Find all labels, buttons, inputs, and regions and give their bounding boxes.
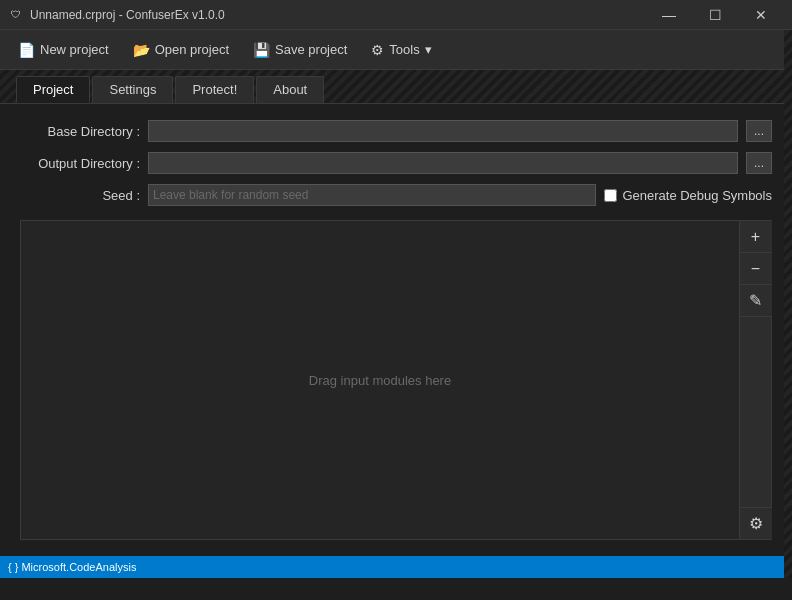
module-settings-button[interactable]: ⚙ (740, 507, 772, 539)
remove-module-button[interactable]: − (740, 253, 772, 285)
modules-sidebar: + − ✎ ⚙ (740, 220, 772, 540)
modules-panel[interactable]: Drag input modules here (20, 220, 740, 540)
tools-label: Tools (389, 42, 419, 57)
toolbar: 📄 New project 📂 Open project 💾 Save proj… (0, 30, 792, 70)
tabs-bar: Project Settings Protect! About (0, 70, 792, 104)
tab-settings[interactable]: Settings (92, 76, 173, 103)
base-directory-browse-button[interactable]: ... (746, 120, 772, 142)
save-project-button[interactable]: 💾 Save project (243, 38, 357, 62)
tools-arrow-icon: ▾ (425, 42, 432, 57)
maximize-button[interactable]: ☐ (692, 0, 738, 30)
edit-module-button[interactable]: ✎ (740, 285, 772, 317)
open-project-button[interactable]: 📂 Open project (123, 38, 239, 62)
new-project-label: New project (40, 42, 109, 57)
tools-menu-button[interactable]: ⚙ Tools ▾ (361, 38, 441, 62)
title-bar-left: 🛡 Unnamed.crproj - ConfuserEx v1.0.0 (8, 7, 225, 23)
tab-protect[interactable]: Protect! (175, 76, 254, 103)
output-directory-browse-button[interactable]: ... (746, 152, 772, 174)
hatch-decoration (784, 30, 792, 578)
base-directory-label: Base Directory : (20, 124, 140, 139)
close-button[interactable]: ✕ (738, 0, 784, 30)
minimize-button[interactable]: — (646, 0, 692, 30)
new-project-icon: 📄 (18, 42, 35, 58)
save-project-label: Save project (275, 42, 347, 57)
new-project-button[interactable]: 📄 New project (8, 38, 119, 62)
status-text: { } Microsoft.CodeAnalysis (8, 561, 136, 573)
output-directory-input[interactable] (148, 152, 738, 174)
status-bar: { } Microsoft.CodeAnalysis (0, 556, 792, 578)
open-project-icon: 📂 (133, 42, 150, 58)
output-directory-label: Output Directory : (20, 156, 140, 171)
tab-about[interactable]: About (256, 76, 324, 103)
generate-debug-checkbox[interactable] (604, 189, 617, 202)
title-bar: 🛡 Unnamed.crproj - ConfuserEx v1.0.0 — ☐… (0, 0, 792, 30)
generate-debug-label[interactable]: Generate Debug Symbols (604, 188, 772, 203)
title-bar-text: Unnamed.crproj - ConfuserEx v1.0.0 (30, 8, 225, 22)
app-icon: 🛡 (8, 7, 24, 23)
add-module-button[interactable]: + (740, 221, 772, 253)
drag-hint: Drag input modules here (309, 373, 451, 388)
seed-label: Seed : (20, 188, 140, 203)
tab-project[interactable]: Project (16, 76, 90, 103)
base-directory-row: Base Directory : ... (20, 120, 772, 142)
output-directory-row: Output Directory : ... (20, 152, 772, 174)
generate-debug-text: Generate Debug Symbols (622, 188, 772, 203)
main-content: Base Directory : ... Output Directory : … (0, 104, 792, 556)
modules-container: Drag input modules here + − ✎ ⚙ (20, 220, 772, 540)
base-directory-input[interactable] (148, 120, 738, 142)
seed-input[interactable] (148, 184, 596, 206)
tools-icon: ⚙ (371, 42, 384, 58)
save-project-icon: 💾 (253, 42, 270, 58)
title-bar-controls: — ☐ ✕ (646, 0, 784, 30)
seed-row: Seed : Generate Debug Symbols (20, 184, 772, 206)
open-project-label: Open project (155, 42, 229, 57)
